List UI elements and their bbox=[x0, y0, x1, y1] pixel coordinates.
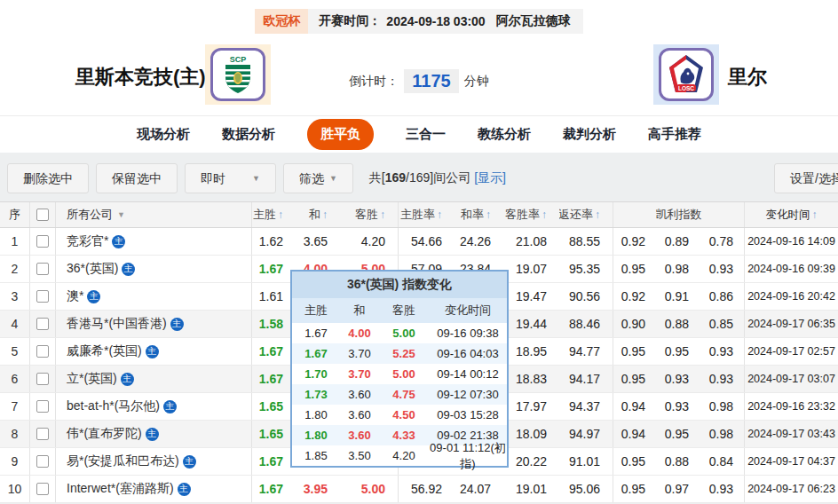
home-flag-icon: 主 bbox=[178, 483, 191, 496]
kelly-value: 0.97 bbox=[656, 476, 700, 502]
sort-asc-icon: ↑ bbox=[486, 209, 491, 221]
rate-value: 18.83 bbox=[503, 366, 559, 392]
row-index: 2 bbox=[0, 256, 29, 282]
company-cell[interactable]: 竞彩官*主 bbox=[55, 228, 251, 255]
row-checkbox[interactable] bbox=[36, 428, 49, 440]
col-return-rate-label: 返还率 bbox=[559, 207, 593, 223]
rate-value: 19.01 bbox=[503, 476, 559, 502]
match-info-pill: 欧冠杯 开赛时间： 2024-09-18 03:00 阿尔瓦拉德球 bbox=[255, 9, 582, 34]
col-home-rate[interactable]: 主胜率↑ bbox=[398, 202, 455, 227]
popup-col-4: 变化时间 bbox=[429, 303, 507, 319]
popup-away-odds: 5.00 bbox=[379, 367, 429, 381]
popup-col-1: 主胜 bbox=[292, 303, 340, 319]
kelly-value: 0.98 bbox=[656, 256, 700, 282]
company-cell[interactable]: 伟*(直布罗陀)主 bbox=[55, 421, 251, 447]
col-kelly: 凯利指数 bbox=[613, 202, 744, 227]
rate-value: 20.22 bbox=[503, 448, 559, 475]
row-checkbox[interactable] bbox=[36, 345, 49, 358]
sort-down-icon: ▼ bbox=[117, 210, 125, 219]
row-index: 8 bbox=[0, 421, 29, 447]
popup-home-odds: 1.67 bbox=[292, 327, 340, 340]
kelly-value: 0.88 bbox=[656, 448, 700, 475]
col-home-odds[interactable]: 主胜↑ bbox=[251, 202, 296, 227]
kelly-value: 0.84 bbox=[700, 448, 744, 475]
delete-selected-button[interactable]: 删除选中 bbox=[7, 163, 89, 193]
time-filter-dropdown[interactable]: 即时 ▼ bbox=[185, 163, 276, 193]
row-checkbox[interactable] bbox=[36, 318, 49, 330]
home-odds: 1.67 bbox=[251, 366, 296, 392]
popup-change-time: 09-16 09:38 bbox=[429, 327, 507, 340]
rate-value: 88.55 bbox=[559, 228, 613, 255]
kelly-value: 0.93 bbox=[700, 476, 744, 502]
col-select[interactable] bbox=[29, 202, 55, 227]
tab-裁判分析[interactable]: 裁判分析 bbox=[563, 126, 616, 143]
rate-value: 19.44 bbox=[503, 311, 559, 337]
company-cell[interactable]: 立*(英国)主 bbox=[55, 366, 251, 392]
popup-change-time: 09-01 11:12(初指) bbox=[429, 440, 507, 472]
row-checkbox[interactable] bbox=[36, 400, 49, 413]
home-odds: 1.62 bbox=[251, 228, 296, 255]
away-odds: 5.00 bbox=[340, 476, 398, 502]
tab-胜平负[interactable]: 胜平负 bbox=[307, 119, 374, 150]
kelly-value: 0.95 bbox=[613, 338, 656, 365]
row-checkbox[interactable] bbox=[36, 373, 49, 385]
company-cell[interactable]: 香港马*(中国香港)主 bbox=[55, 311, 251, 337]
change-time: 2024-09-17 06:23 bbox=[744, 476, 838, 502]
rate-value: 94.77 bbox=[559, 338, 613, 365]
col-away-rate[interactable]: 客胜率↑ bbox=[503, 202, 559, 227]
row-select-cell bbox=[29, 476, 55, 502]
company-cell[interactable]: 威廉希*(英国)主 bbox=[55, 338, 251, 365]
company-cell[interactable]: 36*(英国)主 bbox=[55, 256, 251, 282]
company-cell[interactable]: Interwet*(塞浦路斯)主 bbox=[55, 476, 251, 502]
popup-row: 1.673.705.2509-16 04:03 bbox=[292, 343, 507, 364]
row-select-cell bbox=[29, 283, 55, 310]
rate-value: 21.08 bbox=[503, 228, 559, 255]
company-name: 36*(英国) bbox=[67, 261, 118, 277]
tab-三合一[interactable]: 三合一 bbox=[406, 126, 446, 143]
row-checkbox[interactable] bbox=[36, 290, 49, 303]
col-away-odds[interactable]: 客胜↑ bbox=[340, 202, 398, 227]
change-time: 2024-09-16 09:39 bbox=[744, 256, 838, 282]
home-odds: 1.65 bbox=[251, 421, 296, 447]
tab-教练分析[interactable]: 教练分析 bbox=[478, 126, 531, 143]
company-cell[interactable]: 澳*主 bbox=[55, 283, 251, 310]
settings-button[interactable]: 设置/选择 bbox=[774, 163, 838, 193]
popup-body: 1.674.005.0009-16 09:381.673.705.2509-16… bbox=[292, 323, 507, 466]
col-company[interactable]: 所有公司▼ bbox=[55, 202, 251, 227]
row-checkbox[interactable] bbox=[36, 235, 49, 248]
col-away-odds-label: 客胜 bbox=[355, 207, 378, 223]
row-index: 9 bbox=[0, 448, 29, 475]
row-checkbox[interactable] bbox=[36, 263, 49, 275]
tab-高手推荐[interactable]: 高手推荐 bbox=[648, 126, 701, 143]
away-team-logo: LOSC bbox=[653, 44, 719, 105]
col-change-time[interactable]: 变化时间↑ bbox=[744, 202, 838, 227]
col-return-rate[interactable]: 返还率↑ bbox=[559, 202, 613, 227]
show-link[interactable]: [显示] bbox=[474, 170, 506, 185]
countdown-label: 倒计时： bbox=[349, 74, 399, 90]
popup-draw-odds: 3.60 bbox=[340, 429, 379, 442]
kelly-value: 0.78 bbox=[700, 228, 744, 255]
kickoff-label: 开赛时间： bbox=[308, 9, 383, 34]
filter-dropdown[interactable]: 筛选 ▼ bbox=[283, 163, 353, 193]
row-checkbox[interactable] bbox=[36, 483, 49, 495]
home-odds: 1.58 bbox=[251, 311, 296, 337]
rate-value: 94.17 bbox=[559, 366, 613, 392]
col-draw-odds[interactable]: 和↑ bbox=[296, 202, 340, 227]
away-logo-frame: LOSC bbox=[659, 48, 714, 101]
company-cell[interactable]: bet-at-h*(马尔他)主 bbox=[55, 393, 251, 420]
tab-现场分析[interactable]: 现场分析 bbox=[137, 126, 190, 143]
change-time: 2024-09-17 06:35 bbox=[744, 311, 838, 337]
select-all-checkbox[interactable] bbox=[36, 209, 49, 221]
sort-asc-icon: ↑ bbox=[380, 209, 385, 221]
svg-text:LOSC: LOSC bbox=[678, 85, 694, 91]
tab-数据分析[interactable]: 数据分析 bbox=[222, 126, 275, 143]
row-checkbox[interactable] bbox=[36, 455, 49, 468]
company-cell[interactable]: 易*(安提瓜和巴布达)主 bbox=[55, 448, 251, 475]
popup-away-odds: 4.50 bbox=[379, 408, 429, 421]
rate-value: 18.09 bbox=[503, 421, 559, 447]
company-name: Interwet*(塞浦路斯) bbox=[67, 481, 174, 497]
rate-value: 56.92 bbox=[398, 476, 455, 502]
home-flag-icon: 主 bbox=[163, 400, 177, 413]
keep-selected-button[interactable]: 保留选中 bbox=[96, 163, 178, 193]
col-draw-rate[interactable]: 和率↑ bbox=[455, 202, 503, 227]
